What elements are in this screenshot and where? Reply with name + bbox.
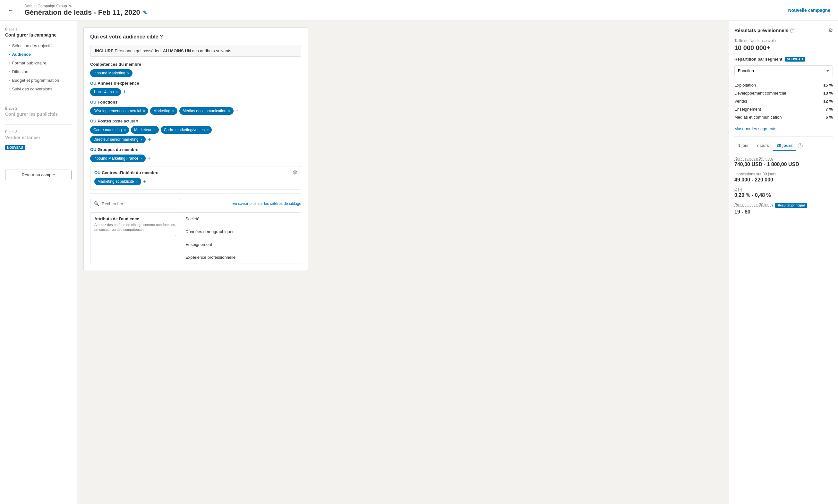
criteria-group-header-postes: OU Postes poste actuel ▾ — [90, 119, 301, 123]
tag-1an-4ans-remove[interactable]: × — [116, 90, 118, 94]
tag-marketeur-remove[interactable]: × — [153, 128, 155, 132]
tag-cadre-marketing-remove[interactable]: × — [124, 128, 126, 132]
tag-inbound-marketing-france-remove[interactable]: × — [140, 157, 142, 160]
tag-dev-commercial-remove[interactable]: × — [143, 109, 145, 113]
groupes-add-button[interactable]: + — [147, 156, 151, 161]
tag-marketing: Marketing × — [150, 107, 177, 115]
step3-label: Étape 3 — [5, 130, 72, 134]
tag-marketing-publicite-remove[interactable]: × — [136, 180, 138, 183]
sidebar-divider-2 — [5, 124, 72, 125]
dropdown-attributs-title: Attributs de l'audience — [94, 216, 176, 221]
tab-30jours[interactable]: 30 jours — [773, 140, 797, 151]
include-bar: INCLURE Personnes qui possèdent AU MOINS… — [90, 45, 301, 57]
new-campaign-button[interactable]: Nouvelle campagne — [788, 8, 831, 13]
search-icon: 🔍 — [94, 201, 99, 206]
back-button[interactable]: ← — [8, 7, 14, 14]
centres-tags-row: Marketing et publicité × + — [94, 178, 297, 185]
competences-add-button[interactable]: + — [135, 70, 138, 76]
tab-help-icon: ? — [798, 143, 803, 148]
settings-icon[interactable]: ⚙ — [828, 27, 833, 33]
postes-ou: OU — [90, 119, 97, 123]
audience-panel: Qui est votre audience cible ? INCLURE P… — [83, 27, 308, 271]
criteria-group-postes: OU Postes poste actuel ▾ Cadre marketing… — [90, 119, 301, 143]
segment-select[interactable]: Fonction — [734, 66, 833, 76]
sidebar-item-suivi[interactable]: Suivi des conversions — [5, 85, 72, 93]
tag-cadre-marketing-ventes-label: Cadre marketing/ventes — [164, 128, 205, 132]
centres-delete-icon[interactable]: 🗑 — [293, 169, 298, 175]
criteria-group-header-competences: Compétences du membre — [90, 62, 301, 67]
sidebar-divider-3 — [5, 158, 72, 158]
dropdown-item-experience[interactable]: Expérience professionnelle — [180, 251, 301, 264]
experience-label: Années d'expérience — [98, 81, 139, 86]
experience-add-button[interactable]: + — [123, 89, 126, 95]
tag-medias-communication-label: Médias et communication — [182, 109, 226, 113]
stat-prospects-value: 19 - 80 — [734, 209, 833, 215]
campaign-group-edit-icon[interactable]: ✎ — [69, 4, 72, 8]
tag-dev-commercial: Développement commercial × — [90, 107, 148, 115]
groupes-label: Groupes du membre — [98, 147, 138, 152]
segment-item-dev-commercial-pct: 13 % — [823, 91, 833, 95]
tag-directeur-senior-remove[interactable]: × — [141, 138, 142, 141]
right-panel-title-text: Résultats prévisionnels — [734, 28, 788, 33]
stat-depenses: Dépenses sur 30 jours 740,00 USD - 1 800… — [734, 157, 833, 167]
masquer-segments-link[interactable]: Masquer les segments — [734, 126, 833, 131]
main-layout: Étape 1 Configurer la campagne Sélection… — [0, 21, 838, 504]
search-link[interactable]: En savoir plus sur les critères de cibla… — [232, 201, 301, 206]
tab-7jours[interactable]: 7 jours — [753, 140, 773, 151]
search-input[interactable] — [102, 201, 176, 206]
right-panel: Résultats prévisionnels ? ⚙ Taille de l'… — [729, 21, 838, 504]
postes-tags-row-2: Directeur senior marketing × + — [90, 136, 301, 143]
tag-cadre-marketing-ventes-remove[interactable]: × — [207, 128, 209, 132]
tag-cadre-marketing-label: Cadre marketing — [93, 128, 122, 132]
tab-1jour[interactable]: 1 jour — [734, 140, 753, 151]
segment-item-exploitation-label: Exploitation — [734, 83, 756, 88]
right-panel-header: Résultats prévisionnels ? ⚙ — [734, 27, 833, 33]
tag-inbound-marketing-france: Inbound Marketing France × — [90, 155, 146, 162]
sidebar-item-objectifs[interactable]: Sélection des objectifs — [5, 41, 72, 50]
sidebar: Étape 1 Configurer la campagne Sélection… — [0, 21, 77, 504]
competences-label: Compétences du membre — [90, 62, 141, 67]
tag-medias-communication-remove[interactable]: × — [228, 109, 230, 113]
fonctions-add-button[interactable]: + — [235, 108, 239, 114]
dropdown-item-donnees[interactable]: Données démographiques — [180, 226, 301, 238]
segment-item-ventes-label: Ventes — [734, 99, 747, 104]
stat-impressions-value: 49 000 - 220 000 — [734, 177, 833, 183]
sidebar-item-audience[interactable]: Audience — [5, 50, 72, 59]
step1-label: Étape 1 — [5, 27, 72, 31]
tag-marketing-publicite: Marketing et publicité × — [94, 178, 141, 185]
criteria-group-experience: OU Années d'expérience 1 an - 4 ans × + — [90, 81, 301, 96]
sidebar-item-format[interactable]: Format publicitaire — [5, 59, 72, 67]
stat-ctr-value: 0,20 % - 0,48 % — [734, 192, 833, 198]
tag-directeur-senior: Directeur senior marketing × — [90, 136, 146, 143]
search-row: 🔍 En savoir plus sur les critères de cib… — [90, 199, 301, 209]
campaign-group-name: Default Campaign Group — [24, 4, 67, 8]
postes-type-select[interactable]: poste actuel ▾ — [112, 119, 138, 123]
sidebar-item-diffusion[interactable]: Diffusion — [5, 67, 72, 76]
content-area: Qui est votre audience cible ? INCLURE P… — [77, 21, 729, 504]
tag-inbound-marketing-remove[interactable]: × — [127, 71, 129, 75]
criteria-group-header-experience: OU Années d'expérience — [90, 81, 301, 86]
postes-add-button[interactable]: + — [147, 137, 151, 142]
tag-marketeur: Marketeur × — [131, 126, 158, 134]
experience-ou: OU — [90, 81, 97, 86]
dropdown-item-enseignement[interactable]: Enseignement — [180, 238, 301, 251]
divider-tabs — [734, 136, 833, 137]
centres-ou: OU — [94, 170, 101, 175]
header: ← Default Campaign Group ✎ Génération de… — [0, 0, 838, 21]
centres-add-button[interactable]: + — [143, 179, 146, 184]
include-suffix: des attributs suivants : — [192, 49, 233, 53]
resultat-principal-badge: Résultat principal — [775, 203, 807, 208]
dropdown-item-societe[interactable]: Société — [180, 213, 301, 226]
campaign-name-edit-icon[interactable]: ✎ — [143, 10, 147, 16]
tag-marketeur-label: Marketeur — [134, 128, 152, 132]
step2-section: Étape 2 Configurer les publicités — [5, 106, 72, 117]
tag-marketing-remove[interactable]: × — [172, 109, 174, 113]
retour-au-compte-button[interactable]: Retour au compte — [5, 169, 72, 180]
dropdown-attributs-desc: Ajoutez des critères de ciblage comme un… — [94, 222, 176, 232]
header-left: ← Default Campaign Group ✎ Génération de… — [8, 4, 147, 17]
segment-item-enseignement: Enseignement 7 % — [734, 105, 833, 113]
stat-prospects-label: Prospects sur 30 jours — [734, 203, 772, 207]
stat-prospects-row: Prospects sur 30 jours Résultat principa… — [734, 203, 833, 208]
centres-label: Centres d'intérêt du membre — [102, 170, 158, 175]
sidebar-item-budget[interactable]: Budget et programmation — [5, 76, 72, 85]
